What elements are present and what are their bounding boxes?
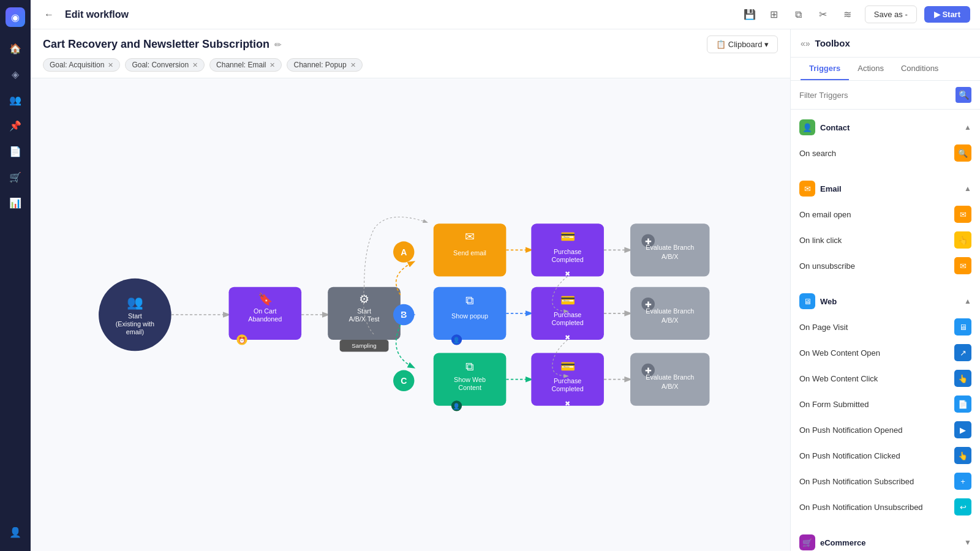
on-form-submitted-icon: 📄 [954,395,971,413]
tag-channel-email-remove[interactable]: ✕ [270,61,275,69]
svg-text:Content: Content [458,384,481,391]
trigger-on-push-notification-subscribed[interactable]: On Push Notification Subscribed + [791,468,980,494]
email-section-icon: ✉ [799,181,815,197]
canvas-svg: 👥 Start (Existing with email) 🔖 On Cart … [31,78,790,551]
on-email-open-icon: ✉ [954,206,971,223]
trigger-on-unsubscribe[interactable]: On unsubscribe ✉ [791,253,980,279]
tag-channel-popup: Channel: Popup ✕ [287,58,362,72]
on-page-visit-icon: 🖥 [954,318,971,335]
nav-item-cart[interactable]: 🛒 [4,165,27,189]
svg-text:A/B/X: A/B/X [662,253,679,260]
svg-text:Purchase: Purchase [554,377,581,384]
svg-text:A/B/X: A/B/X [662,383,679,390]
trigger-on-form-submitted[interactable]: On Form Submitted 📄 [791,391,980,417]
save-as-button[interactable]: Save as - [865,6,917,23]
svg-text:Completed: Completed [552,256,584,263]
toolbox-title: Toolbox [815,38,850,48]
svg-text:💳: 💳 [560,359,576,373]
svg-text:👥: 👥 [127,294,143,310]
tag-channel-popup-remove[interactable]: ✕ [350,61,356,69]
contact-section-label: Contact [820,123,850,132]
svg-text:Sampling: Sampling [352,342,376,349]
edit-workflow-name-icon[interactable]: ✏ [274,40,282,50]
svg-text:Abandoned: Abandoned [248,315,282,323]
trigger-on-search[interactable]: On search 🔍 [791,140,980,166]
web-section-header[interactable]: 🖥 Web ▲ [791,288,980,314]
trigger-on-link-click[interactable]: On link click 👆 [791,227,980,253]
svg-text:💳: 💳 [560,293,576,307]
svg-text:🔖: 🔖 [258,292,273,306]
clipboard-button[interactable]: 📋 Clipboard ▾ [707,36,778,53]
email-section-chevron: ▲ [964,184,971,193]
svg-text:email): email) [126,328,144,335]
tab-conditions[interactable]: Conditions [892,58,947,80]
trigger-on-push-notification-clicked[interactable]: On Push Notification Clicked 👆 [791,443,980,468]
trigger-on-page-visit[interactable]: On Page Visit 🖥 [791,314,980,340]
trigger-on-web-content-click[interactable]: On Web Content Click 👆 [791,365,980,391]
svg-text:Send email: Send email [453,249,486,257]
copy-icon-btn[interactable]: ⧉ [789,5,809,24]
tag-goal-acquisition: Goal: Acquisition ✕ [43,58,120,72]
workflow-area: Cart Recovery and Newsletter Subscriptio… [31,29,980,551]
tab-actions[interactable]: Actions [849,58,892,80]
trigger-on-push-notification-opened[interactable]: On Push Notification Opened ▶ [791,417,980,443]
nav-item-pins[interactable]: 📌 [4,114,27,137]
trigger-on-push-notification-unsubscribed[interactable]: On Push Notification Unsubscribed ↩ [791,494,980,520]
svg-text:💳: 💳 [560,230,576,244]
grid-icon-btn[interactable]: ⊞ [764,5,784,24]
ecommerce-section-header[interactable]: 🛒 eCommerce ▼ [791,530,980,551]
svg-text:A: A [401,247,407,257]
tag-goal-acquisition-remove[interactable]: ✕ [108,61,113,69]
toolbar-icons: 💾 ⊞ ⧉ ✂ ≋ [740,5,858,24]
nav-item-profile[interactable]: 👤 [4,520,27,544]
search-input[interactable] [799,91,951,100]
nav-item-users[interactable]: 👥 [4,88,27,111]
toolbox-toggle-icon[interactable]: «» [801,39,810,48]
svg-text:Show popup: Show popup [451,312,488,320]
svg-text:Evaluate Branch: Evaluate Branch [646,244,694,251]
tab-triggers[interactable]: Triggers [801,58,849,80]
web-section-icon: 🖥 [799,293,815,309]
svg-text:Show Web: Show Web [454,376,486,383]
nav-item-layers[interactable]: ◈ [4,62,27,86]
page-title: Edit workflow [65,9,129,20]
svg-text:Start: Start [128,312,142,320]
top-bar: ← Edit workflow 💾 ⊞ ⧉ ✂ ≋ Save as - ▶ St… [31,0,980,29]
on-unsubscribe-icon: ✉ [954,257,971,274]
svg-text:✖: ✖ [565,400,570,407]
ecommerce-section: 🛒 eCommerce ▼ [791,525,980,551]
on-push-notification-subscribed-icon: + [954,473,971,490]
contact-section: 👤 Contact ▲ On search 🔍 [791,110,980,171]
back-button[interactable]: ← [40,6,58,23]
trigger-on-web-content-open[interactable]: On Web Content Open ↗ [791,340,980,365]
contact-section-header[interactable]: 👤 Contact ▲ [791,114,980,140]
nav-item-files[interactable]: 📄 [4,140,27,163]
on-link-click-icon: 👆 [954,231,971,249]
contact-section-chevron: ▲ [964,123,971,132]
svg-text:👤: 👤 [453,403,461,410]
svg-text:Purchase: Purchase [554,311,581,318]
svg-text:⏰: ⏰ [238,337,246,344]
nav-item-charts[interactable]: 📊 [4,191,27,214]
cut-icon-btn[interactable]: ✂ [813,5,833,24]
svg-text:A/B/X Test: A/B/X Test [349,315,379,323]
nodes-icon-btn[interactable]: ≋ [838,5,858,24]
svg-text:A/B/X: A/B/X [662,317,679,324]
trigger-on-email-open[interactable]: On email open ✉ [791,201,980,227]
svg-text:👤: 👤 [453,337,461,344]
start-button[interactable]: ▶ Start [924,6,970,23]
nav-item-home[interactable]: 🏠 [4,37,27,60]
web-section: 🖥 Web ▲ On Page Visit 🖥 On Web Content O… [791,283,980,525]
toolbox-tabs: Triggers Actions Conditions [791,58,980,81]
search-icon[interactable]: 🔍 [956,87,971,103]
tag-goal-conversion-remove[interactable]: ✕ [192,61,198,69]
tag-goal-conversion: Goal: Conversion ✕ [125,58,205,72]
svg-text:Evaluate Branch: Evaluate Branch [646,373,694,381]
on-push-notification-opened-icon: ▶ [954,421,971,438]
svg-text:Purchase: Purchase [554,248,581,255]
contact-section-icon: 👤 [799,119,815,135]
email-section-header[interactable]: ✉ Email ▲ [791,176,980,201]
on-web-content-click-icon: 👆 [954,370,971,387]
workflow-name: Cart Recovery and Newsletter Subscriptio… [43,38,270,51]
save-icon-btn[interactable]: 💾 [740,5,760,24]
